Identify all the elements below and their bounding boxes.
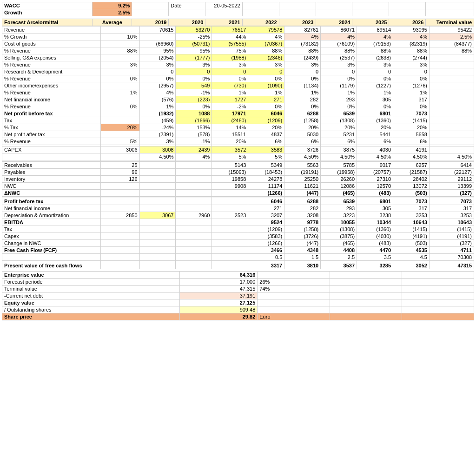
cell: 4% (357, 33, 393, 40)
bottom-table: Enterprise value 64,316 Forecast periode… (2, 271, 474, 320)
cell: 3285 (357, 262, 393, 269)
cell: 6% (284, 138, 321, 145)
cell: (19958) (321, 169, 357, 176)
cell (139, 198, 176, 205)
cell: (18453) (248, 169, 284, 176)
cell: 282 (284, 96, 321, 103)
cell: (1777) (176, 54, 212, 61)
row-label (2, 153, 101, 160)
row-label: ΔNWC (2, 190, 101, 197)
growth-label: Growth (2, 9, 93, 16)
cell (212, 219, 248, 226)
cell: (483) (357, 240, 393, 247)
cell: 28402 (393, 176, 430, 183)
cell (176, 247, 212, 254)
cell: 3% (176, 61, 212, 68)
cell: (1209) (248, 117, 284, 124)
cell: 1% (100, 89, 139, 96)
table-row: Net profit before tax(1932)1088179716046… (2, 110, 474, 117)
cell: (73182) (284, 40, 321, 47)
cell: (3726) (284, 233, 321, 240)
cell: (1308) (321, 226, 357, 233)
cell: -25% (176, 33, 212, 40)
col-2021: 2021 (205, 19, 242, 26)
cell: 4470 (357, 247, 393, 254)
table-row: Net profit after tax(2391)(578)155114837… (2, 131, 474, 138)
cell: 2960 (176, 212, 212, 219)
row-label: Inventory (2, 176, 101, 183)
table-row: ΔNWC(1266)(447)(465)(483)(503)(327) (2, 190, 474, 197)
cell (100, 183, 139, 190)
forecast-periode-row: Forecast periode 17,000 26% (2, 279, 474, 286)
row-label: % Growth (2, 33, 101, 40)
cell (100, 226, 139, 233)
row-label: NWC (2, 183, 101, 190)
cell: 0 (139, 68, 176, 75)
cell: (223) (176, 96, 212, 103)
cell: (1276) (393, 82, 430, 89)
cell: 4% (284, 33, 321, 40)
terminal-value-pct: 74% (258, 286, 330, 293)
cell: 3572 (212, 146, 248, 153)
cell: (447) (284, 240, 321, 247)
cell: 126 (100, 176, 139, 183)
cell (100, 40, 139, 47)
cell: 317 (393, 96, 430, 103)
cell (100, 254, 139, 261)
cell: 4837 (248, 131, 284, 138)
cell (429, 96, 474, 103)
row-label: Present value of free cash flows (2, 262, 101, 269)
cell: 70308 (429, 254, 474, 261)
cell (176, 226, 212, 233)
terminal-value-value: 47,315 (180, 286, 258, 293)
cell: 0% (248, 75, 284, 82)
cell (429, 75, 474, 82)
cell: (84377) (429, 40, 474, 47)
col-average: Average (93, 19, 132, 26)
table-row: NWC9908111741162112086125701307213399 (2, 183, 474, 190)
cell: 7073 (393, 110, 430, 117)
cell: 3008 (139, 146, 176, 153)
table-row: % Revenue1%4%-1%1%1%1%1%1%1% (2, 89, 474, 96)
cell: 5658 (393, 131, 430, 138)
cell: 0% (176, 75, 212, 82)
cell: 0% (284, 75, 321, 82)
cell: 3% (357, 61, 393, 68)
cell: 293 (321, 96, 357, 103)
cell: 53270 (176, 27, 212, 33)
cell (139, 33, 176, 40)
cell (212, 262, 248, 269)
row-label: Net financial income (2, 205, 101, 212)
cell (100, 54, 139, 61)
cell: (1209) (248, 226, 284, 233)
enterprise-value-row: Enterprise value 64,316 (2, 272, 474, 279)
cell: (465) (321, 240, 357, 247)
table-row: Selling, G&A expenses(2054)(1777)(1988)(… (2, 54, 474, 61)
cell: 6288 (284, 110, 321, 117)
table-row: Cost of goods(66960)(50731)(57555)(70367… (2, 40, 474, 47)
cell: -1% (176, 89, 212, 96)
cell: 88% (357, 47, 393, 54)
enterprise-value: 64,316 (180, 272, 258, 279)
cell: (2744) (393, 54, 430, 61)
cell: 0% (248, 103, 284, 110)
col-2026: 2026 (389, 19, 426, 26)
cell: 0% (284, 103, 321, 110)
cell: 6539 (321, 110, 357, 117)
cell: (1360) (357, 117, 393, 124)
cell: 95% (176, 47, 212, 54)
cell (429, 110, 474, 117)
cell (212, 247, 248, 254)
cell: 82761 (284, 27, 321, 33)
cell: (1988) (212, 54, 248, 61)
cell: 3% (248, 61, 284, 68)
table-row: % Growth10%-25%44%4%4%4%4%4%2.5% (2, 33, 474, 40)
cell (100, 131, 139, 138)
cell: 11174 (248, 183, 284, 190)
cell: 19858 (212, 176, 248, 183)
cell: 153% (176, 124, 212, 131)
cell: 79578 (248, 27, 284, 33)
cell: (2460) (212, 117, 248, 124)
cell (176, 183, 212, 190)
cell: 10344 (357, 219, 393, 226)
